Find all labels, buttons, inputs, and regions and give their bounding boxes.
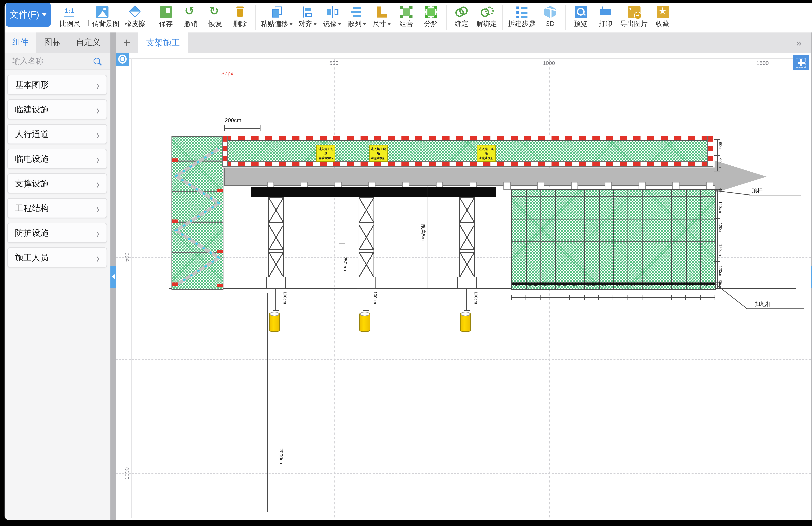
category-label: 防护设施 <box>15 227 49 239</box>
sidebar-item-category[interactable]: 工程结构› <box>7 198 107 218</box>
toolbar-item-label: 预览 <box>574 19 588 29</box>
toolbar-item-scatter[interactable]: 散列 <box>345 5 369 30</box>
fit-to-screen-button[interactable] <box>793 55 809 70</box>
toolbar-item-scale-ruler[interactable]: 比例尺 <box>57 5 83 30</box>
lattice-column[interactable] <box>268 198 284 278</box>
preview-icon <box>575 6 587 18</box>
toolbar-item-size[interactable]: 尺寸 <box>369 5 394 30</box>
dim-tick <box>273 310 279 311</box>
sidebar-item-category[interactable]: 人行通道› <box>7 124 107 144</box>
sidebar-item-category[interactable]: 防护设施› <box>7 223 107 243</box>
canvas-tab-active[interactable]: 支架施工 <box>138 32 188 53</box>
sidebar-item-category[interactable]: 临电设施› <box>7 149 107 169</box>
search-input[interactable]: 输入名称 <box>12 56 44 67</box>
cap-beam[interactable] <box>251 187 496 198</box>
collapse-left-panel-handle[interactable] <box>111 266 116 288</box>
search-icon[interactable] <box>93 58 100 64</box>
right-chain-label: 35cm <box>717 275 722 294</box>
toolbar-item-print[interactable]: 打印 <box>593 5 618 30</box>
toolbar-item-upload-background[interactable]: 上传背景图 <box>83 5 122 30</box>
toolbar-item-text: 解绑定 <box>477 19 497 29</box>
toolbar-item-label: 尺寸 <box>373 19 391 29</box>
dim-tick <box>424 186 430 186</box>
sidebar-tab-2[interactable]: 自定义 <box>68 32 108 53</box>
drawing-viewport[interactable]: 50010001500500100037px 进入施工现场请减速慢行进入施工现场… <box>116 53 811 520</box>
toolbar-item-text: 散列 <box>348 19 362 29</box>
toolbar-item-steps[interactable]: 拆建步骤 <box>505 5 538 30</box>
dim-tick <box>339 244 345 244</box>
scaffold-stair-tower[interactable] <box>172 136 223 290</box>
toolbar-item-eraser[interactable]: 橡皮擦 <box>122 5 148 30</box>
chevron-down-icon <box>362 23 366 27</box>
toolbar-item-align[interactable]: 对齐 <box>295 5 320 30</box>
warning-sign[interactable]: 进入施工现场请减速慢行 <box>369 145 388 162</box>
depth-label: 2000cm <box>278 445 284 469</box>
x-brace-panel <box>460 253 474 277</box>
origin-button[interactable] <box>116 53 129 65</box>
sidebar-tab-0[interactable]: 组件 <box>4 32 37 53</box>
chevron-right-icon: › <box>96 127 99 142</box>
toolbar-group: 预览打印导出图片收藏 <box>566 5 678 30</box>
sidebar-item-category[interactable]: 施工人员› <box>7 247 107 267</box>
file-menu-button[interactable]: 文件(F) <box>6 3 51 27</box>
lattice-column[interactable] <box>459 198 475 278</box>
sidebar-item-category[interactable]: 基本图形› <box>7 75 107 95</box>
dim-tick <box>424 288 430 288</box>
toolbar-item-label: 拆建步骤 <box>508 19 535 29</box>
toolbar-item-label: 保存 <box>159 19 173 29</box>
sidebar-item-category[interactable]: 临建设施› <box>7 99 107 119</box>
search-box[interactable]: 输入名称 <box>4 53 111 70</box>
toolbar-item-ungroup[interactable]: 分解 <box>419 5 443 30</box>
toolbar-item-text: 橡皮擦 <box>125 19 145 29</box>
collapse-tabs-icon[interactable]: » <box>796 37 802 48</box>
barrier-end-post-right <box>707 136 713 167</box>
toolbar-item-group[interactable]: 组合 <box>394 5 419 30</box>
chain-tick <box>598 295 599 300</box>
barrier-rail-bottom[interactable] <box>224 161 712 167</box>
marker-drum[interactable] <box>269 312 280 332</box>
warning-sign[interactable]: 进入施工现场请减速慢行 <box>477 145 496 162</box>
callout-bottom-label: 扫地杆 <box>755 301 794 308</box>
chevron-down-icon <box>313 23 317 27</box>
toolbar-item-export-image[interactable]: 导出图片 <box>618 5 650 30</box>
sidebar-tab-1[interactable]: 图标 <box>37 32 68 53</box>
toolbar-item-text: 撤销 <box>184 19 198 29</box>
toolbar-item-redo[interactable]: 恢复 <box>203 5 228 30</box>
sidebar-item-category[interactable]: 支撑设施› <box>7 173 107 193</box>
toolbar-item-save[interactable]: 保存 <box>154 5 178 30</box>
toolbar-item-paste-offset[interactable]: 粘贴偏移 <box>258 5 295 30</box>
bearing-pad <box>605 182 612 190</box>
toolbar-group: 比例尺上传背景图橡皮擦 <box>55 5 151 30</box>
crosshair-icon <box>800 59 802 66</box>
marker-drum[interactable] <box>460 312 471 332</box>
toolbar-item-bind[interactable]: 绑定 <box>449 5 474 30</box>
scatter-icon <box>351 6 363 18</box>
toolbar-item-preview[interactable]: 预览 <box>568 5 593 30</box>
lattice-column[interactable] <box>359 198 374 278</box>
chain-tick <box>656 295 657 300</box>
warning-sign[interactable]: 进入施工现场请减速慢行 <box>316 145 335 162</box>
crosshair-icon <box>797 62 804 63</box>
toolbar-item-cube-3d[interactable]: 3D <box>538 5 563 30</box>
marker-drum[interactable] <box>359 312 370 332</box>
add-tab-button[interactable]: + <box>116 32 138 53</box>
barrier-mesh-band[interactable] <box>224 140 712 162</box>
toolbar-item-undo[interactable]: 撤销 <box>178 5 203 30</box>
height-limit-label: 限高5m <box>420 221 426 244</box>
column-footing <box>357 277 376 289</box>
scale-ruler-icon <box>64 6 76 18</box>
bay-dim-label: 90cm <box>671 283 685 288</box>
collapse-right-panel-handle[interactable] <box>811 266 812 288</box>
toolbar-item-favorite[interactable]: 收藏 <box>650 5 675 30</box>
delete-icon <box>234 6 246 18</box>
panel-joint <box>460 222 474 225</box>
toolbar-item-unbind[interactable]: 解绑定 <box>474 5 499 30</box>
canvas-tab-bar: + 支架施工 » <box>116 32 811 53</box>
fence-rail <box>512 262 715 263</box>
height-limit-line <box>427 186 427 288</box>
bay-dim-label: 90cm <box>555 283 569 288</box>
chain-tick <box>613 295 613 300</box>
safety-mesh-fence[interactable] <box>511 189 716 290</box>
toolbar-item-mirror[interactable]: 镜像 <box>320 5 345 30</box>
toolbar-item-delete[interactable]: 删除 <box>228 5 252 30</box>
